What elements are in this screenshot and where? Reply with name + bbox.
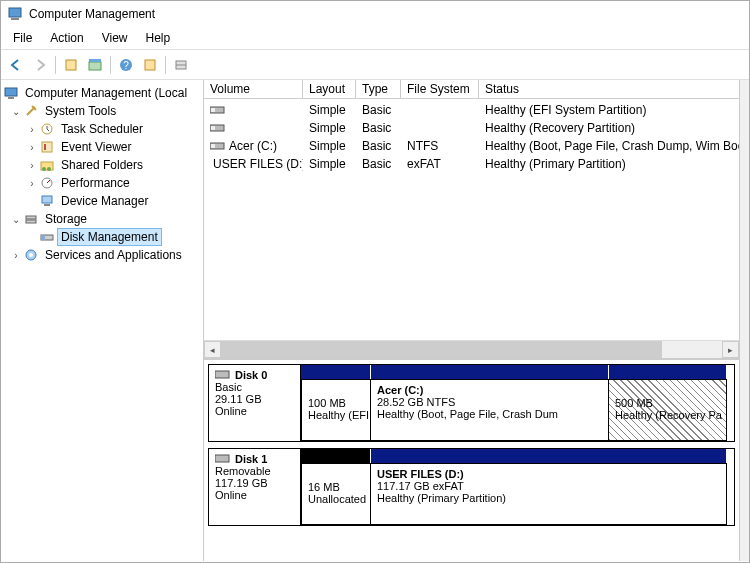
svg-rect-36 [215, 455, 229, 462]
toolbar-btn-4[interactable] [170, 54, 192, 76]
scroll-right-icon[interactable]: ▸ [722, 341, 739, 358]
disk-color-bar [301, 365, 734, 379]
back-button[interactable] [5, 54, 27, 76]
disk-partitions: 100 MBHealthy (EFI SyAcer (C:)28.52 GB N… [301, 365, 734, 441]
partition-status: Unallocated [308, 493, 364, 505]
partition-size: 117.17 GB exFAT [377, 480, 720, 492]
disk-mgmt-icon [39, 229, 55, 245]
disk-graphical-view[interactable]: Disk 0Basic29.11 GBOnline100 MBHealthy (… [204, 360, 739, 561]
tree-storage[interactable]: ⌄ Storage [1, 210, 203, 228]
svg-rect-35 [215, 371, 229, 378]
volume-row[interactable]: USER FILES (D:)SimpleBasicexFATHealthy (… [204, 155, 739, 173]
partition-status: Healthy (Primary Partition) [377, 492, 720, 504]
expand-icon[interactable]: › [25, 124, 39, 135]
menu-view[interactable]: View [94, 29, 136, 47]
partition[interactable]: 100 MBHealthy (EFI Sy [301, 379, 371, 441]
col-type[interactable]: Type [356, 80, 401, 98]
device-icon [39, 193, 55, 209]
expand-icon[interactable]: › [25, 142, 39, 153]
vol-type: Basic [356, 103, 401, 117]
volume-list[interactable]: Volume Layout Type File System Status Si… [204, 80, 739, 360]
scroll-left-icon[interactable]: ◂ [204, 341, 221, 358]
expand-icon[interactable]: › [25, 178, 39, 189]
volume-row[interactable]: SimpleBasicHealthy (Recovery Partition) [204, 119, 739, 137]
menu-bar: File Action View Help [1, 27, 749, 50]
storage-icon [23, 211, 39, 227]
volume-header: Volume Layout Type File System Status [204, 80, 739, 99]
help-button[interactable]: ? [115, 54, 137, 76]
tree-label: Disk Management [58, 229, 161, 245]
vol-name: Acer (C:) [204, 139, 303, 153]
toolbar-separator [110, 56, 111, 74]
collapse-icon[interactable]: ⌄ [9, 106, 23, 117]
tree-label: System Tools [42, 103, 119, 119]
toolbar-btn-2[interactable] [84, 54, 106, 76]
partition[interactable]: USER FILES (D:)117.17 GB exFATHealthy (P… [371, 463, 727, 525]
window-title: Computer Management [29, 7, 155, 21]
volume-hscrollbar[interactable]: ◂ ▸ [204, 340, 739, 358]
svg-rect-21 [26, 216, 36, 219]
svg-rect-28 [211, 108, 215, 112]
col-volume[interactable]: Volume [204, 80, 303, 98]
tree-shared-folders[interactable]: › Shared Folders [1, 156, 203, 174]
tree-label: Shared Folders [58, 157, 146, 173]
tree-event-viewer[interactable]: › Event Viewer [1, 138, 203, 156]
menu-help[interactable]: Help [138, 29, 179, 47]
partition[interactable]: 500 MBHealthy (Recovery Pa [609, 379, 727, 441]
tree-performance[interactable]: › Performance [1, 174, 203, 192]
expand-icon[interactable]: › [25, 160, 39, 171]
tree-label: Computer Management (Local [22, 85, 190, 101]
tree-label: Event Viewer [58, 139, 134, 155]
right-panel-stub [740, 80, 749, 561]
svg-text:?: ? [123, 60, 129, 71]
disk-row[interactable]: Disk 1Removable117.19 GBOnline16 MBUnall… [208, 448, 735, 526]
partition[interactable]: Acer (C:)28.52 GB NTFSHealthy (Boot, Pag… [371, 379, 609, 441]
volume-row[interactable]: Acer (C:)SimpleBasicNTFSHealthy (Boot, P… [204, 137, 739, 155]
tree-system-tools[interactable]: ⌄ System Tools [1, 102, 203, 120]
tree-device-manager[interactable]: Device Manager [1, 192, 203, 210]
disk-row[interactable]: Disk 0Basic29.11 GBOnline100 MBHealthy (… [208, 364, 735, 442]
tree-disk-management[interactable]: Disk Management [1, 228, 203, 246]
svg-rect-7 [145, 60, 155, 70]
tree-label: Device Manager [58, 193, 151, 209]
vol-layout: Simple [303, 157, 356, 171]
performance-icon [39, 175, 55, 191]
col-filesystem[interactable]: File System [401, 80, 479, 98]
app-icon [7, 6, 23, 22]
vol-name [204, 105, 303, 115]
main-area: Computer Management (Local ⌄ System Tool… [1, 80, 749, 561]
tree-services[interactable]: › Services and Applications [1, 246, 203, 264]
partition[interactable]: 16 MBUnallocated [301, 463, 371, 525]
volume-row[interactable]: SimpleBasicHealthy (EFI System Partition… [204, 101, 739, 119]
tree-root[interactable]: Computer Management (Local [1, 84, 203, 102]
vol-status: Healthy (Primary Partition) [479, 157, 739, 171]
toolbar-separator [165, 56, 166, 74]
toolbar-btn-3[interactable] [139, 54, 161, 76]
collapse-icon[interactable]: ⌄ [9, 214, 23, 225]
disk-color-bar [301, 449, 734, 463]
partition-size: 100 MB [308, 397, 364, 409]
svg-rect-19 [42, 196, 52, 203]
disk-partitions: 16 MBUnallocatedUSER FILES (D:)117.17 GB… [301, 449, 734, 525]
partition-status: Healthy (Boot, Page File, Crash Dum [377, 408, 602, 420]
menu-action[interactable]: Action [42, 29, 91, 47]
col-status[interactable]: Status [479, 80, 739, 98]
tree-task-scheduler[interactable]: › Task Scheduler [1, 120, 203, 138]
nav-tree[interactable]: Computer Management (Local ⌄ System Tool… [1, 80, 204, 561]
forward-button[interactable] [29, 54, 51, 76]
svg-rect-11 [8, 97, 14, 99]
partition-status: Healthy (Recovery Pa [615, 409, 720, 421]
svg-rect-14 [44, 144, 46, 150]
scroll-track[interactable] [221, 341, 722, 358]
scroll-thumb[interactable] [221, 341, 662, 358]
toolbar-btn-1[interactable] [60, 54, 82, 76]
disk-info: Disk 0Basic29.11 GBOnline [209, 365, 301, 441]
col-layout[interactable]: Layout [303, 80, 356, 98]
expand-icon[interactable]: › [9, 250, 23, 261]
menu-file[interactable]: File [5, 29, 40, 47]
svg-rect-2 [66, 60, 76, 70]
svg-rect-1 [11, 18, 19, 20]
svg-rect-4 [89, 59, 101, 62]
services-icon [23, 247, 39, 263]
svg-point-17 [47, 167, 51, 171]
